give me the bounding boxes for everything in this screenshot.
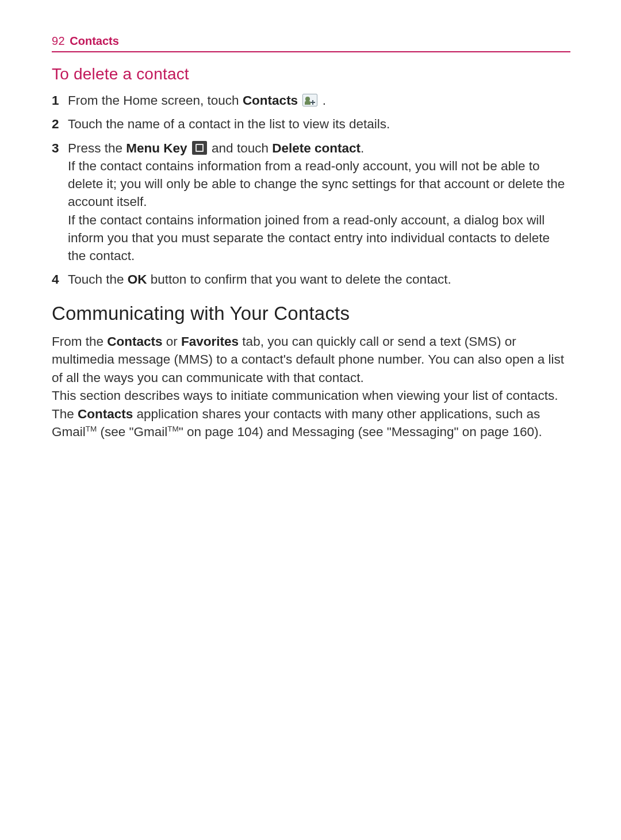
step-text: Touch the — [68, 272, 128, 287]
running-header: 92 Contacts — [52, 35, 570, 52]
text: or — [163, 334, 182, 349]
step-text: From the Home screen, touch — [68, 93, 243, 108]
contacts-icon — [302, 94, 317, 106]
text: " on page 104) and Messaging (see "Messa… — [179, 425, 542, 439]
step-text: Press the — [68, 141, 126, 155]
trademark: TM — [86, 425, 97, 433]
bold-term: Delete contact — [272, 141, 361, 155]
trademark: TM — [167, 425, 179, 433]
section-name: Contacts — [70, 35, 119, 48]
step-list: 1 From the Home screen, touch Contacts .… — [68, 91, 570, 289]
bold-term: Contacts — [78, 407, 133, 421]
step-number: 1 — [52, 91, 59, 109]
step-text: button to confirm that you want to delet… — [147, 272, 451, 287]
step-item: 3 Press the Menu Key and touch Delete co… — [68, 139, 570, 265]
step-number: 2 — [52, 115, 59, 133]
section-heading: Communicating with Your Contacts — [52, 303, 570, 324]
step-text: . — [361, 141, 364, 155]
text: From the — [52, 334, 107, 349]
subsection-title: To delete a contact — [52, 65, 570, 83]
step-text — [298, 93, 301, 108]
bold-term: Contacts — [107, 334, 162, 349]
menu-key-icon — [192, 141, 207, 155]
step-text: . — [319, 93, 326, 108]
step-number: 3 — [52, 139, 59, 157]
text: (see "Gmail — [97, 425, 167, 439]
step-text — [187, 141, 191, 155]
bold-term: Menu Key — [126, 141, 187, 155]
page-number: 92 — [52, 35, 65, 48]
body-paragraph: This section describes ways to initiate … — [52, 387, 570, 441]
step-item: 2 Touch the name of a contact in the lis… — [68, 115, 570, 133]
step-item: 1 From the Home screen, touch Contacts . — [68, 91, 570, 109]
bold-term: Favorites — [181, 334, 239, 349]
bold-term: Contacts — [243, 93, 298, 108]
step-item: 4 Touch the OK button to confirm that yo… — [68, 270, 570, 288]
step-text: Touch the name of a contact in the list … — [68, 117, 390, 131]
body-paragraph: From the Contacts or Favorites tab, you … — [52, 333, 570, 387]
step-number: 4 — [52, 270, 59, 288]
step-paragraph: If the contact contains information join… — [68, 211, 570, 265]
step-text: and touch — [208, 141, 272, 155]
bold-term: OK — [128, 272, 147, 287]
manual-page: 92 Contacts To delete a contact 1 From t… — [0, 0, 621, 441]
step-paragraph: If the contact contains information from… — [68, 157, 570, 211]
